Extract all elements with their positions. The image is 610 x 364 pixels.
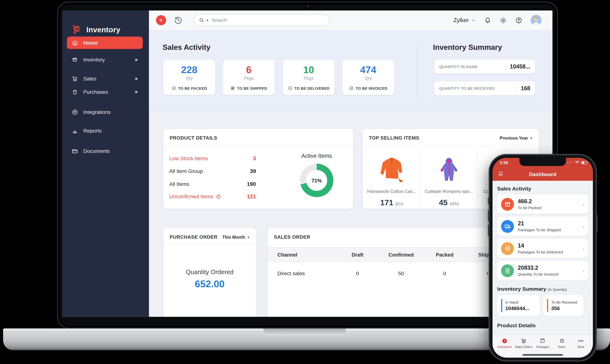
filter-value: Previous Year: [500, 136, 528, 140]
quantity-to-be-received-card[interactable]: QUANTITY TO BE RECEIVED 168: [434, 81, 536, 96]
metric-value: 20833.2: [518, 265, 558, 271]
phone-to-be-packed-row[interactable]: 466.2 To be Packed ›: [497, 194, 588, 214]
metric-label: Quantity To be Invoiced: [518, 272, 558, 276]
to-be-invoiced-card[interactable]: 474 Qty TO BE INVOICED: [342, 59, 394, 95]
phone-volume-up-button: [488, 210, 489, 221]
to-be-packed-card[interactable]: 228 Qty TO BE PACKED: [163, 59, 216, 95]
shopping-bag-icon: [559, 338, 565, 344]
purchase-order-filter-dropdown[interactable]: This Month ▼: [222, 235, 250, 239]
metric-unit: Qty: [163, 76, 215, 80]
chevron-right-icon: ▶: [136, 77, 138, 80]
product-qty: 45: [439, 198, 447, 207]
laptop-camera: [307, 5, 309, 7]
sidebar-item-inventory[interactable]: Inventory ▶: [67, 53, 143, 66]
sidebar-item-label: Reports: [83, 128, 102, 134]
metric-value: 21: [518, 221, 561, 227]
chevron-right-icon: ›: [582, 223, 584, 230]
low-stock-items-row[interactable]: Low Stock Items 3: [169, 155, 256, 161]
check-badge-icon: [504, 245, 511, 252]
col-header: Packed: [423, 252, 466, 258]
notifications-bell-icon[interactable]: [484, 16, 491, 24]
phone-to-be-invoiced-row[interactable]: 20833.2 Quantity To be Invoiced ›: [497, 261, 588, 280]
phone-body: Sales Activity 466.2 To be Packed ›: [497, 181, 588, 328]
recent-history-icon[interactable]: [174, 15, 183, 25]
filter-value: This Month: [222, 235, 245, 239]
sidebar-item-reports[interactable]: Reports: [67, 124, 143, 137]
app-logo: Inventory: [71, 25, 120, 35]
box-icon: [540, 338, 546, 344]
user-avatar[interactable]: [530, 15, 542, 26]
org-switcher[interactable]: Zylker: [453, 17, 476, 24]
chevron-right-icon: ›: [582, 245, 584, 252]
section-divider: [418, 43, 418, 102]
tab-more[interactable]: More: [572, 338, 590, 358]
col-header: Channel: [268, 252, 336, 258]
tab-label: More: [572, 345, 590, 349]
top-selling-filter-dropdown[interactable]: Previous Year ▼: [500, 136, 533, 140]
all-item-group-row[interactable]: All Item Group 39: [169, 168, 256, 174]
alert-info-icon: [216, 194, 221, 199]
active-items-donut[interactable]: 71%: [300, 164, 333, 197]
topbar: + ▼ Zylker: [149, 11, 553, 30]
quantity-ordered-label: Quantity Ordered: [163, 269, 256, 276]
tab-label: Packages: [534, 345, 552, 349]
quantity-ordered-value: 652.00: [163, 278, 256, 290]
sidebar-item-integrations[interactable]: Integrations: [67, 106, 143, 118]
top-selling-item[interactable]: Cutiepie Rompers-spo... 45 sets: [420, 148, 477, 208]
tab-label: Items: [553, 345, 571, 349]
status-time: 2:59: [500, 160, 508, 165]
metric-label: TO BE SHIPPED: [237, 86, 267, 90]
phone-to-be-delivered-row[interactable]: 14 Packages To be Delivered ›: [497, 239, 588, 258]
sidebar-item-home[interactable]: Home: [67, 37, 143, 49]
sidebar-item-documents[interactable]: Documents: [67, 144, 143, 157]
quick-create-button[interactable]: +: [156, 15, 166, 25]
sidebar-item-sales[interactable]: Sales ▶: [67, 72, 143, 85]
search-bar[interactable]: ▼: [194, 14, 330, 26]
search-input[interactable]: [211, 17, 302, 24]
search-scope-caret-icon[interactable]: ▼: [206, 19, 209, 22]
phone-inventory-summary-title: Inventory Summary (In Quantity): [497, 286, 588, 292]
row-value: 190: [247, 181, 256, 187]
divider: [516, 84, 516, 92]
accent-bar: [547, 299, 548, 312]
bar-chart-icon: [71, 127, 78, 134]
phone-in-hand-card[interactable]: In Hand 1046044...: [497, 295, 540, 316]
phone-notifications-bell-icon[interactable]: [498, 170, 504, 177]
row-label: Unconfirmed Items: [169, 194, 213, 199]
metric-label: TO BE PACKED: [178, 86, 207, 90]
sales-order-card: SALES ORDER Channel Draft Confirmed Pack…: [267, 227, 516, 317]
org-name: Zylker: [453, 17, 469, 24]
phone-sales-activity-title: Sales Activity: [497, 186, 588, 192]
purchase-order-card: PURCHASE ORDER This Month ▼ Quantity Ord…: [163, 227, 256, 317]
summary-value: 356: [551, 305, 577, 311]
metric-label: Packages To be Delivered: [518, 250, 563, 254]
to-be-delivered-card[interactable]: 10 Pkgs TO BE DELIVERED: [283, 59, 335, 95]
settings-gear-icon[interactable]: [500, 16, 507, 24]
ellipsis-circle-icon: [288, 86, 292, 91]
phone-to-be-received-card[interactable]: To Be Received 356: [543, 295, 583, 316]
all-items-row[interactable]: All Items 190: [169, 181, 256, 187]
donut-percent: 71%: [300, 164, 333, 197]
phone-home-indicator[interactable]: [522, 354, 563, 355]
table-row[interactable]: Direct sales 0 50 0 0: [268, 262, 516, 285]
metric-unit: Pkgs: [283, 76, 335, 80]
unconfirmed-items-row[interactable]: Unconfirmed Items 121: [169, 193, 256, 199]
summary-label: In Hand: [505, 300, 529, 304]
help-icon[interactable]: [515, 16, 522, 24]
dashboard-gauge-icon: [501, 338, 508, 344]
tab-dashboard[interactable]: Dashboard: [495, 338, 513, 358]
wifi-icon: [575, 161, 580, 165]
phone-mute-switch: [488, 197, 489, 205]
row-value: 121: [247, 193, 256, 199]
phone-mockup: 2:59 Dashboard Sales Activity: [489, 154, 597, 362]
integrations-icon: [71, 109, 78, 115]
invoice-icon: [504, 267, 511, 274]
cell-packed: 0: [423, 270, 466, 276]
quantity-in-hand-card[interactable]: QUANTITY IN HAND 10458...: [434, 59, 536, 74]
metric-unit: Qty: [342, 76, 394, 80]
to-be-shipped-card[interactable]: 6 Pkgs TO BE SHIPPED: [223, 59, 275, 95]
phone-to-be-shipped-row[interactable]: 21 Packages To be Shipped ›: [497, 217, 588, 236]
sidebar-item-purchases[interactable]: Purchases ▶: [67, 85, 143, 98]
top-selling-item[interactable]: Hanswooly Cotton Cas... 171 pcs: [363, 148, 420, 208]
phone-power-button: [596, 214, 597, 232]
